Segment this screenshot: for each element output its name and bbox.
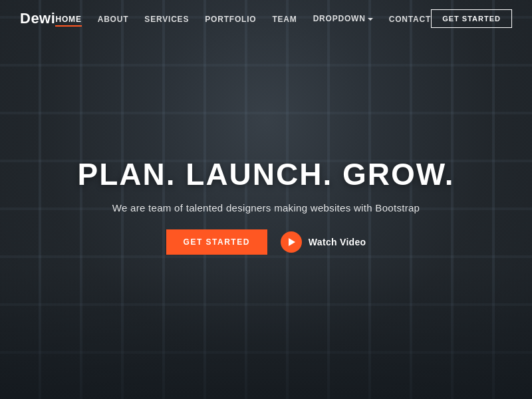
nav-link-contact[interactable]: CONTACT <box>389 15 431 24</box>
nav-item-dropdown: DROPDOWN <box>313 14 373 23</box>
nav-item-home: HOME <box>55 13 81 25</box>
nav-link-portfolio[interactable]: PORTFOLIO <box>205 15 256 24</box>
hero-buttons: GET STARTED Watch Video <box>166 229 366 255</box>
play-triangle-icon <box>289 238 295 246</box>
nav-link-dropdown[interactable]: DROPDOWN <box>313 14 373 23</box>
nav-item-contact: CONTACT <box>389 13 431 25</box>
hero-content: PLAN. LAUNCH. GROW. We are team of talen… <box>78 158 455 255</box>
nav-item-portfolio: PORTFOLIO <box>205 13 256 25</box>
hero-cta-button[interactable]: GET STARTED <box>166 229 267 255</box>
nav-item-team: TEAM <box>272 13 297 25</box>
hero-title: PLAN. LAUNCH. GROW. <box>78 158 455 192</box>
hero-section: Dewi HOME ABOUT SERVICES PORTFOLIO TEAM … <box>0 0 532 399</box>
nav-cta-button[interactable]: GET STARTED <box>431 9 512 28</box>
play-icon <box>281 231 302 253</box>
brand-logo[interactable]: Dewi <box>20 10 55 27</box>
watch-video-label: Watch Video <box>309 237 366 247</box>
nav-links: HOME ABOUT SERVICES PORTFOLIO TEAM DROPD… <box>55 13 431 25</box>
nav-link-team[interactable]: TEAM <box>272 15 297 24</box>
nav-link-home[interactable]: HOME <box>55 15 81 27</box>
hero-subtitle: We are team of talented designers making… <box>112 202 420 213</box>
nav-link-about[interactable]: ABOUT <box>98 15 129 24</box>
nav-item-about: ABOUT <box>98 13 129 25</box>
navbar: Dewi HOME ABOUT SERVICES PORTFOLIO TEAM … <box>0 0 532 37</box>
nav-item-services: SERVICES <box>144 13 189 25</box>
watch-video-button[interactable]: Watch Video <box>281 231 366 253</box>
nav-link-services[interactable]: SERVICES <box>144 15 189 24</box>
chevron-down-icon <box>368 18 373 21</box>
